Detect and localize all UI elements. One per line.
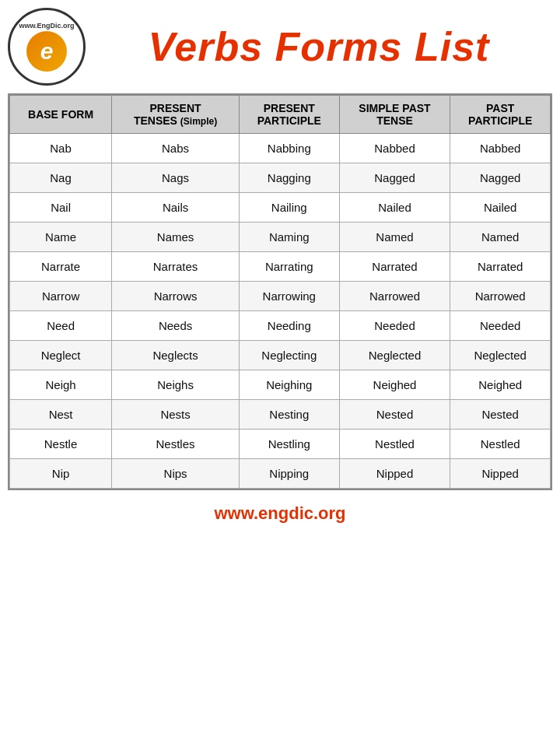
table-row: NameNamesNamingNamedNamed [10,223,551,252]
table-cell: Nips [112,459,240,489]
verbs-table-wrapper: BASE FORM PRESENTTENSES (Simple) PRESENT… [8,93,552,490]
table-cell: Needs [112,311,240,341]
table-row: NeighNeighsNeighingNeighedNeighed [10,370,551,400]
table-cell: Nags [112,163,240,193]
table-header-row: BASE FORM PRESENTTENSES (Simple) PRESENT… [10,96,551,134]
table-cell: Needed [450,311,551,341]
table-cell: Nails [112,193,240,223]
table-cell: Neglected [339,341,450,370]
logo-top-text: www.EngDic.org [19,22,74,30]
logo: www.EngDic.org e [8,8,93,86]
table-cell: Nests [112,400,240,430]
table-cell: Neglecting [240,341,340,370]
table-cell: Nag [10,163,112,193]
table-cell: Nabbing [240,134,340,163]
table-cell: Narrating [240,252,340,282]
page-header: www.EngDic.org e Verbs Forms List [0,0,560,89]
table-cell: Nestling [240,430,340,459]
table-row: NestleNestlesNestlingNestledNestled [10,430,551,459]
table-cell: Neighing [240,370,340,400]
verbs-table: BASE FORM PRESENTTENSES (Simple) PRESENT… [9,95,551,489]
table-row: NarrowNarrowsNarrowingNarrowedNarrowed [10,282,551,311]
col-present-participle: PRESENTPARTICIPLE [240,96,340,134]
page-title: Verbs Forms List [93,23,544,70]
table-cell: Narrowed [450,282,551,311]
logo-e-letter: e [40,38,54,65]
table-cell: Nested [339,400,450,430]
table-cell: Narrowing [240,282,340,311]
table-cell: Neglects [112,341,240,370]
table-cell: Neglected [450,341,551,370]
table-row: NagNagsNaggingNaggedNagged [10,163,551,193]
table-cell: Named [339,223,450,252]
table-row: NeedNeedsNeedingNeededNeeded [10,311,551,341]
table-cell: Narrate [10,252,112,282]
col-present-tenses: PRESENTTENSES (Simple) [112,96,240,134]
table-cell: Nailed [450,193,551,223]
table-cell: Nipping [240,459,340,489]
table-cell: Nip [10,459,112,489]
table-cell: Neigh [10,370,112,400]
table-cell: Nailing [240,193,340,223]
table-row: NipNipsNippingNippedNipped [10,459,551,489]
table-cell: Nabs [112,134,240,163]
table-row: NarrateNarratesNarratingNarratedNarrated [10,252,551,282]
col-base-form: BASE FORM [10,96,112,134]
table-row: NabNabsNabbingNabbedNabbed [10,134,551,163]
table-cell: Named [450,223,551,252]
table-cell: Needing [240,311,340,341]
table-cell: Nestle [10,430,112,459]
col-simple-past: SIMPLE PASTTENSE [339,96,450,134]
table-cell: Narrated [339,252,450,282]
table-cell: Nabbed [339,134,450,163]
table-cell: Neighs [112,370,240,400]
table-cell: Nab [10,134,112,163]
table-cell: Nagging [240,163,340,193]
table-row: NeglectNeglectsNeglectingNeglectedNeglec… [10,341,551,370]
table-cell: Nagged [339,163,450,193]
table-cell: Nail [10,193,112,223]
table-cell: Nailed [339,193,450,223]
table-cell: Narrows [112,282,240,311]
footer-text: www.engdic.org [214,503,345,523]
table-cell: Narrow [10,282,112,311]
table-cell: Nestled [450,430,551,459]
table-cell: Nabbed [450,134,551,163]
table-cell: Neglect [10,341,112,370]
table-cell: Neighed [450,370,551,400]
table-cell: Need [10,311,112,341]
table-cell: Needed [339,311,450,341]
table-cell: Name [10,223,112,252]
table-cell: Nest [10,400,112,430]
table-cell: Narrates [112,252,240,282]
table-cell: Names [112,223,240,252]
logo-e-circle: e [26,31,67,72]
table-row: NailNailsNailingNailedNailed [10,193,551,223]
table-cell: Nested [450,400,551,430]
table-cell: Narrowed [339,282,450,311]
table-cell: Nestles [112,430,240,459]
table-row: NestNestsNestingNestedNested [10,400,551,430]
table-cell: Nipped [450,459,551,489]
footer: www.engdic.org [0,494,560,530]
table-body: NabNabsNabbingNabbedNabbedNagNagsNagging… [10,134,551,489]
col-past-participle: PASTPARTICIPLE [450,96,551,134]
table-cell: Narrated [450,252,551,282]
table-cell: Nesting [240,400,340,430]
table-cell: Nipped [339,459,450,489]
table-cell: Nagged [450,163,551,193]
table-cell: Neighed [339,370,450,400]
table-cell: Nestled [339,430,450,459]
table-cell: Naming [240,223,340,252]
